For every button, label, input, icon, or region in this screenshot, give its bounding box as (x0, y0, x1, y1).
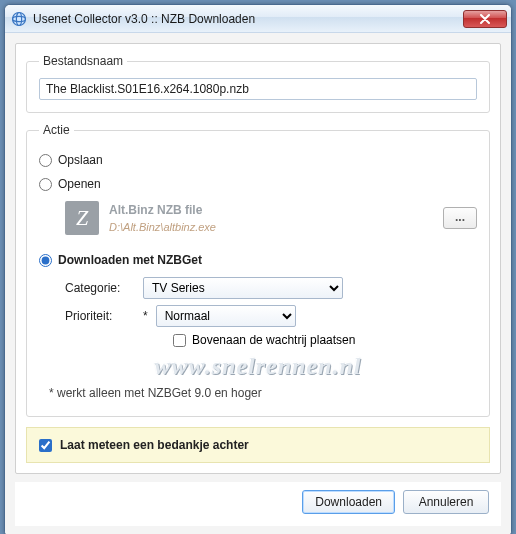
app-path: D:\Alt.Binz\altbinz.exe (109, 221, 433, 233)
nzbget-form: Categorie: TV Series Prioriteit: * Norma… (65, 277, 477, 347)
app-name: Alt.Binz NZB file (109, 203, 433, 217)
priority-row: Prioriteit: * Normaal (65, 305, 477, 327)
top-queue-checkbox[interactable] (173, 334, 186, 347)
close-button[interactable] (463, 10, 507, 28)
priority-label: Prioriteit: (65, 309, 135, 323)
top-queue-row[interactable]: Bovenaan de wachtrij plaatsen (173, 333, 477, 347)
radio-open[interactable] (39, 178, 52, 191)
footer: Downloaden Annuleren (15, 482, 501, 526)
close-icon (480, 14, 490, 24)
app-icon (11, 11, 27, 27)
radio-nzbget[interactable] (39, 254, 52, 267)
radio-nzbget-label: Downloaden met NZBGet (58, 253, 202, 267)
browse-button[interactable]: ... (443, 207, 477, 229)
radio-save-row[interactable]: Opslaan (39, 153, 477, 167)
cancel-button[interactable]: Annuleren (403, 490, 489, 514)
titlebar[interactable]: Usenet Collector v3.0 :: NZB Downloaden (5, 5, 511, 33)
radio-save-label: Opslaan (58, 153, 103, 167)
filename-input[interactable] (39, 78, 477, 100)
category-select[interactable]: TV Series (143, 277, 343, 299)
download-button[interactable]: Downloaden (302, 490, 395, 514)
open-with-app: Z Alt.Binz NZB file D:\Alt.Binz\altbinz.… (65, 201, 477, 235)
client-area: Bestandsnaam Actie Opslaan Openen Z Alt.… (5, 33, 511, 534)
dialog-window: Usenet Collector v3.0 :: NZB Downloaden … (4, 4, 512, 534)
radio-open-label: Openen (58, 177, 101, 191)
footnote: * werkt alleen met NZBGet 9.0 en hoger (49, 386, 477, 400)
filename-group: Bestandsnaam (26, 54, 490, 113)
priority-star: * (143, 309, 148, 323)
thanks-panel[interactable]: Laat meteen een bedankje achter (26, 427, 490, 463)
thanks-label: Laat meteen een bedankje achter (60, 438, 249, 452)
watermark-text: www.snelrennen.nl (39, 353, 477, 380)
main-panel: Bestandsnaam Actie Opslaan Openen Z Alt.… (15, 43, 501, 474)
action-legend: Actie (39, 123, 74, 137)
category-row: Categorie: TV Series (65, 277, 477, 299)
radio-save[interactable] (39, 154, 52, 167)
action-group: Actie Opslaan Openen Z Alt.Binz NZB file… (26, 123, 490, 417)
top-queue-label: Bovenaan de wachtrij plaatsen (192, 333, 355, 347)
priority-select[interactable]: Normaal (156, 305, 296, 327)
window-title: Usenet Collector v3.0 :: NZB Downloaden (33, 12, 463, 26)
altbinz-icon: Z (65, 201, 99, 235)
app-texts: Alt.Binz NZB file D:\Alt.Binz\altbinz.ex… (109, 203, 433, 233)
radio-nzbget-row[interactable]: Downloaden met NZBGet (39, 253, 477, 267)
category-label: Categorie: (65, 281, 135, 295)
thanks-checkbox[interactable] (39, 439, 52, 452)
filename-legend: Bestandsnaam (39, 54, 127, 68)
svg-point-0 (13, 12, 26, 25)
radio-open-row[interactable]: Openen (39, 177, 477, 191)
